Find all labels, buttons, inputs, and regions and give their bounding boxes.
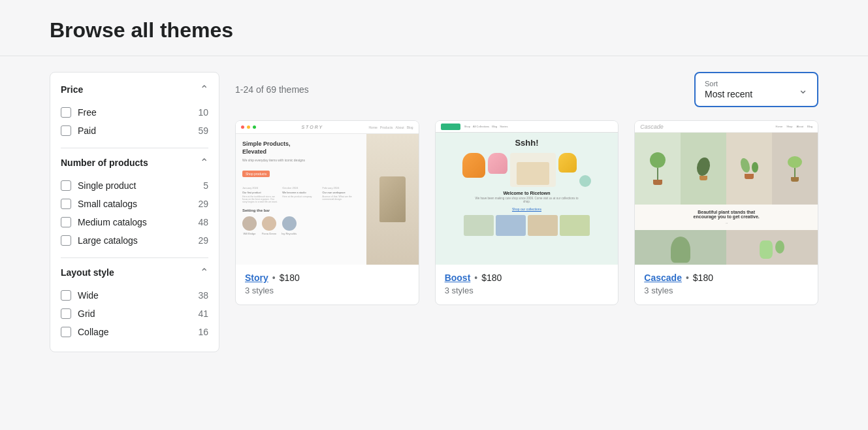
price-chevron-icon: ⌃ bbox=[200, 83, 208, 95]
large-count: 29 bbox=[198, 235, 208, 246]
animal-3 bbox=[558, 153, 577, 173]
layout-filter-items: Wide 38 Grid 41 Collage 16 bbox=[61, 286, 208, 341]
boost-welcome: Welcome to Ricetown bbox=[442, 191, 612, 195]
free-label: Free bbox=[78, 107, 97, 118]
single-count: 5 bbox=[203, 180, 208, 191]
collection-3 bbox=[528, 215, 558, 236]
filter-item-medium: Medium catalogs 48 bbox=[61, 213, 208, 231]
collection-4 bbox=[560, 215, 590, 236]
dot-green bbox=[253, 125, 256, 129]
collage-checkbox[interactable] bbox=[61, 327, 71, 337]
theme-card-cascade[interactable]: Cascade Home Shop About Blog bbox=[634, 120, 818, 305]
theme-info-cascade: Cascade • $180 3 styles bbox=[635, 265, 818, 305]
filter-item-paid: Paid 59 bbox=[61, 122, 208, 140]
products-filter-header[interactable]: Number of products ⌃ bbox=[61, 156, 208, 169]
boost-mock-image: Shop All Collections Blog Stories Sshh! bbox=[436, 121, 619, 265]
page-title: Browse all themes bbox=[50, 18, 818, 42]
chevron-down-icon: ⌄ bbox=[798, 82, 808, 97]
large-checkbox[interactable] bbox=[61, 235, 71, 246]
price-filter-header[interactable]: Price ⌃ bbox=[61, 83, 208, 95]
layout-filter-title: Layout style bbox=[61, 267, 114, 278]
animal-cart bbox=[510, 153, 556, 187]
cascade-plant-4 bbox=[772, 133, 818, 205]
story-cta: Shop products bbox=[242, 171, 270, 177]
story-hero-sub: We ship everyday items with iconic desig… bbox=[242, 158, 360, 162]
wide-checkbox[interactable] bbox=[61, 290, 71, 301]
collage-count: 16 bbox=[198, 327, 208, 337]
paid-label: Paid bbox=[78, 125, 96, 136]
cascade-middle-title: Beautiful plant stands thatencourage you… bbox=[643, 210, 810, 219]
paid-checkbox[interactable] bbox=[61, 125, 71, 136]
grid-label: Grid bbox=[78, 308, 95, 319]
collection-1 bbox=[464, 215, 494, 236]
paid-count: 59 bbox=[198, 125, 208, 136]
filter-item-single: Single product 5 bbox=[61, 176, 208, 195]
price-filter-items: Free 10 Paid 59 bbox=[61, 103, 208, 140]
layout-chevron-icon: ⌃ bbox=[200, 266, 208, 278]
boost-styles: 3 styles bbox=[445, 286, 609, 295]
single-label: Single product bbox=[78, 180, 137, 191]
collage-label: Collage bbox=[78, 327, 108, 337]
story-styles: 3 styles bbox=[245, 286, 410, 295]
cascade-price: $180 bbox=[693, 273, 713, 283]
filter-item-grid: Grid 41 bbox=[61, 305, 208, 323]
theme-preview-boost: Shop All Collections Blog Stories Sshh! bbox=[436, 121, 619, 265]
content-top-bar: 1-24 of 69 themes Sort Most recent ⌄ bbox=[235, 72, 818, 107]
story-hero-title: Simple Products,Elevated bbox=[242, 141, 360, 156]
main-content: Price ⌃ Free 10 Paid 59 bbox=[0, 56, 868, 368]
grid-count: 41 bbox=[198, 308, 208, 319]
boost-price: $180 bbox=[481, 273, 502, 283]
theme-card-story[interactable]: STORY Home Products About Blog Simple Pr… bbox=[235, 120, 419, 305]
sidebar-filters: Price ⌃ Free 10 Paid 59 bbox=[50, 72, 219, 352]
cascade-styles: 3 styles bbox=[644, 286, 809, 295]
cascade-plant-2 bbox=[681, 133, 726, 205]
small-toy bbox=[579, 175, 591, 187]
filter-item-wide: Wide 38 bbox=[61, 286, 208, 305]
sort-value: Most recent bbox=[705, 89, 752, 99]
products-chevron-icon: ⌃ bbox=[200, 156, 208, 169]
filter-item-small: Small catalogs 29 bbox=[61, 195, 208, 213]
filter-panel: Price ⌃ Free 10 Paid 59 bbox=[50, 72, 219, 352]
boost-hero-title: Sshh! bbox=[442, 138, 612, 148]
collection-2 bbox=[496, 215, 526, 236]
filter-item-free: Free 10 bbox=[61, 103, 208, 122]
theme-info-boost: Boost • $180 3 styles bbox=[436, 265, 619, 305]
large-label: Large catalogs bbox=[78, 235, 138, 246]
filter-item-large: Large catalogs 29 bbox=[61, 231, 208, 250]
story-mock-image: STORY Home Products About Blog Simple Pr… bbox=[236, 121, 419, 265]
small-checkbox[interactable] bbox=[61, 199, 71, 209]
cascade-plant-1 bbox=[635, 133, 681, 205]
filter-divider-2 bbox=[61, 257, 208, 258]
cascade-theme-link[interactable]: Cascade bbox=[644, 273, 682, 283]
theme-card-boost[interactable]: Shop All Collections Blog Stories Sshh! bbox=[435, 120, 619, 305]
boost-logo bbox=[441, 124, 460, 130]
free-count: 10 bbox=[198, 107, 208, 118]
single-checkbox[interactable] bbox=[61, 180, 71, 191]
free-checkbox[interactable] bbox=[61, 107, 71, 118]
products-filter-title: Number of products bbox=[61, 157, 148, 168]
story-product bbox=[379, 176, 406, 222]
story-price: $180 bbox=[280, 273, 300, 283]
layout-filter-header[interactable]: Layout style ⌃ bbox=[61, 266, 208, 278]
boost-theme-link[interactable]: Boost bbox=[445, 273, 471, 283]
page-header: Browse all themes bbox=[0, 0, 868, 56]
cascade-plant-3 bbox=[726, 133, 772, 205]
cascade-logo: Cascade bbox=[640, 124, 664, 130]
filter-item-collage: Collage 16 bbox=[61, 323, 208, 341]
theme-info-story: Story • $180 3 styles bbox=[236, 265, 419, 305]
story-theme-link[interactable]: Story bbox=[245, 273, 268, 283]
dot-red bbox=[241, 125, 244, 129]
filter-divider-1 bbox=[61, 148, 208, 148]
themes-grid: STORY Home Products About Blog Simple Pr… bbox=[235, 120, 818, 305]
grid-checkbox[interactable] bbox=[61, 308, 71, 319]
sort-dropdown[interactable]: Sort Most recent ⌄ bbox=[694, 72, 818, 107]
theme-preview-cascade: Cascade Home Shop About Blog bbox=[635, 121, 818, 265]
wide-label: Wide bbox=[78, 290, 99, 301]
medium-label: Medium catalogs bbox=[78, 217, 147, 227]
cascade-bottom-2 bbox=[726, 230, 818, 265]
products-filter-items: Single product 5 Small catalogs 29 Mediu… bbox=[61, 176, 208, 250]
medium-checkbox[interactable] bbox=[61, 217, 71, 227]
theme-count-text: 1-24 of 69 themes bbox=[235, 84, 309, 95]
cascade-mock-image: Cascade Home Shop About Blog bbox=[635, 121, 818, 265]
small-count: 29 bbox=[198, 199, 208, 209]
